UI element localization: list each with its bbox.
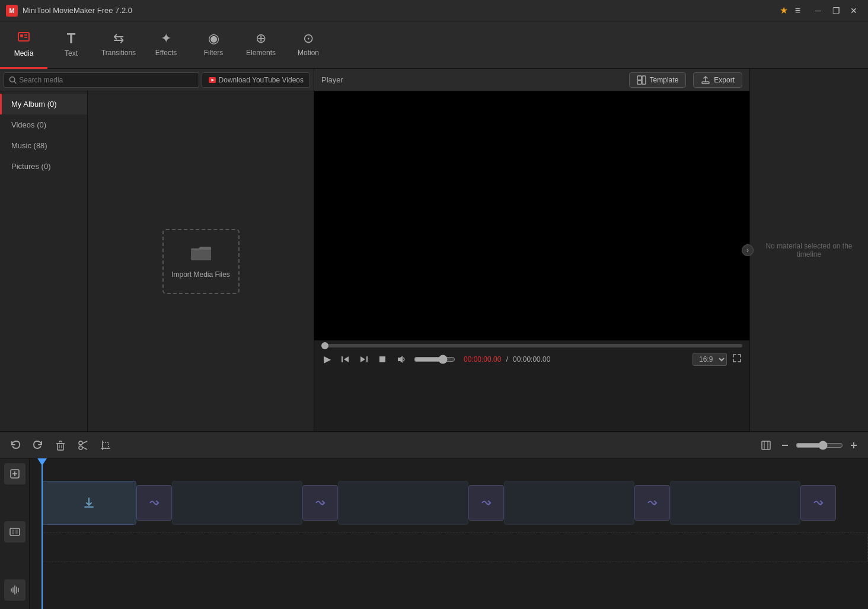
transitions-icon: ⇆ bbox=[113, 31, 124, 46]
search-box[interactable] bbox=[4, 72, 199, 88]
import-media-box[interactable]: Import Media Files bbox=[162, 229, 240, 294]
transition-clip[interactable] bbox=[634, 485, 670, 521]
media-content: My Album (0) Videos (0) Music (88) Pictu… bbox=[0, 91, 314, 431]
toolbar-item-effects[interactable]: ✦ Effects bbox=[142, 21, 190, 69]
transition-clip[interactable] bbox=[468, 485, 504, 521]
fullscreen-button[interactable] bbox=[732, 353, 742, 366]
svg-line-26 bbox=[82, 441, 87, 444]
toolbar-item-filters[interactable]: ◉ Filters bbox=[190, 21, 237, 69]
tracks-container bbox=[30, 458, 868, 565]
menu-icon[interactable]: ≡ bbox=[795, 5, 800, 16]
svg-marker-19 bbox=[398, 356, 403, 363]
svg-rect-12 bbox=[642, 76, 646, 84]
svg-rect-28 bbox=[103, 442, 108, 448]
svg-rect-18 bbox=[379, 356, 385, 362]
restore-button[interactable]: ❐ bbox=[828, 2, 844, 19]
progress-knob[interactable] bbox=[321, 342, 328, 349]
toolbar-item-text[interactable]: T Text bbox=[47, 21, 95, 69]
timeline-content bbox=[0, 458, 868, 609]
add-media-control[interactable] bbox=[4, 463, 25, 484]
timeline-toolbar bbox=[0, 432, 868, 458]
right-panel: › No material selected on the timeline bbox=[749, 69, 868, 431]
zoom-out-button[interactable] bbox=[778, 438, 792, 452]
motion-icon: ⊙ bbox=[303, 31, 314, 46]
volume-button[interactable] bbox=[394, 353, 409, 366]
track-clip[interactable] bbox=[670, 481, 800, 525]
collapse-button[interactable]: › bbox=[742, 244, 754, 256]
controls-row: ▶ 00:00:00.00 / 00:00:00.00 bbox=[321, 352, 742, 366]
svg-rect-42 bbox=[15, 530, 18, 534]
toolbar-transitions-label: Transitions bbox=[101, 49, 136, 57]
search-input[interactable] bbox=[19, 76, 193, 84]
video-track-icon[interactable] bbox=[4, 521, 25, 543]
sidebar-item-album[interactable]: My Album (0) bbox=[0, 94, 87, 114]
svg-rect-13 bbox=[702, 82, 709, 84]
transition-clip[interactable] bbox=[800, 485, 836, 521]
toolbar-item-elements[interactable]: ⊕ Elements bbox=[237, 21, 285, 69]
search-icon bbox=[9, 76, 17, 84]
sidebar-item-music[interactable]: Music (88) bbox=[0, 135, 87, 156]
stop-button[interactable] bbox=[376, 354, 389, 365]
sidebar-item-videos[interactable]: Videos (0) bbox=[0, 114, 87, 135]
svg-marker-17 bbox=[360, 356, 365, 362]
svg-rect-14 bbox=[342, 356, 343, 362]
redo-button[interactable] bbox=[30, 437, 46, 454]
aspect-ratio-select[interactable]: 16:9 9:16 4:3 1:1 bbox=[693, 353, 727, 366]
svg-point-25 bbox=[79, 446, 82, 449]
zoom-slider[interactable] bbox=[796, 441, 843, 450]
player-area: Player Template Export ▶ bbox=[314, 69, 749, 431]
elements-icon: ⊕ bbox=[256, 31, 266, 46]
youtube-icon bbox=[208, 76, 216, 84]
toolbar-item-motion[interactable]: ⊙ Motion bbox=[285, 21, 332, 69]
svg-rect-0 bbox=[18, 33, 29, 41]
template-button[interactable]: Template bbox=[629, 72, 687, 88]
cut-button[interactable] bbox=[75, 437, 91, 454]
track-clip[interactable] bbox=[338, 481, 468, 525]
crop-button[interactable] bbox=[97, 437, 114, 454]
sidebar-item-pictures[interactable]: Pictures (0) bbox=[0, 156, 87, 177]
prev-button[interactable] bbox=[338, 353, 352, 365]
main-area: Download YouTube Videos My Album (0) Vid… bbox=[0, 69, 868, 431]
playhead-arrow bbox=[37, 458, 47, 465]
transition-icon bbox=[480, 497, 492, 509]
svg-point-24 bbox=[79, 441, 82, 445]
fit-timeline-button[interactable] bbox=[758, 437, 774, 454]
toolbar-item-transitions[interactable]: ⇆ Transitions bbox=[95, 21, 142, 69]
svg-rect-1 bbox=[20, 34, 23, 37]
undo-button[interactable] bbox=[7, 437, 24, 454]
delete-button[interactable] bbox=[52, 437, 69, 454]
volume-slider[interactable] bbox=[414, 355, 455, 364]
svg-rect-9 bbox=[191, 250, 211, 260]
close-button[interactable]: ✕ bbox=[845, 2, 862, 19]
export-button[interactable]: Export bbox=[693, 72, 742, 88]
toolbar-text-label: Text bbox=[65, 49, 78, 58]
track-clip[interactable] bbox=[172, 481, 302, 525]
track-clip[interactable] bbox=[504, 481, 634, 525]
audio-track-icon[interactable] bbox=[4, 579, 25, 601]
toolbar-motion-label: Motion bbox=[298, 49, 319, 57]
toolbar-media-label: Media bbox=[14, 49, 34, 58]
media-icon bbox=[17, 30, 30, 47]
audio-track-empty bbox=[42, 533, 868, 562]
time-separator: / bbox=[506, 355, 508, 364]
player-controls: ▶ 00:00:00.00 / 00:00:00.00 bbox=[314, 340, 749, 369]
minimize-button[interactable]: ─ bbox=[810, 2, 826, 19]
left-panel: Download YouTube Videos My Album (0) Vid… bbox=[0, 69, 314, 431]
import-label: Import Media Files bbox=[171, 270, 230, 279]
download-youtube-button[interactable]: Download YouTube Videos bbox=[202, 72, 310, 88]
export-icon bbox=[701, 75, 710, 85]
filters-icon: ◉ bbox=[208, 31, 219, 46]
playhead[interactable] bbox=[42, 458, 43, 609]
next-button[interactable] bbox=[357, 353, 371, 365]
transition-clip[interactable] bbox=[302, 485, 338, 521]
effects-icon: ✦ bbox=[161, 31, 171, 46]
play-button[interactable]: ▶ bbox=[321, 352, 333, 366]
media-sidebar: My Album (0) Videos (0) Music (88) Pictu… bbox=[0, 91, 88, 431]
track-clip[interactable] bbox=[42, 481, 136, 525]
zoom-in-button[interactable] bbox=[847, 438, 861, 452]
svg-rect-2 bbox=[24, 34, 27, 36]
time-total: 00:00:00.00 bbox=[513, 355, 550, 364]
progress-bar[interactable] bbox=[321, 344, 742, 347]
transition-clip[interactable] bbox=[136, 485, 172, 521]
toolbar-item-media[interactable]: Media bbox=[0, 21, 47, 69]
